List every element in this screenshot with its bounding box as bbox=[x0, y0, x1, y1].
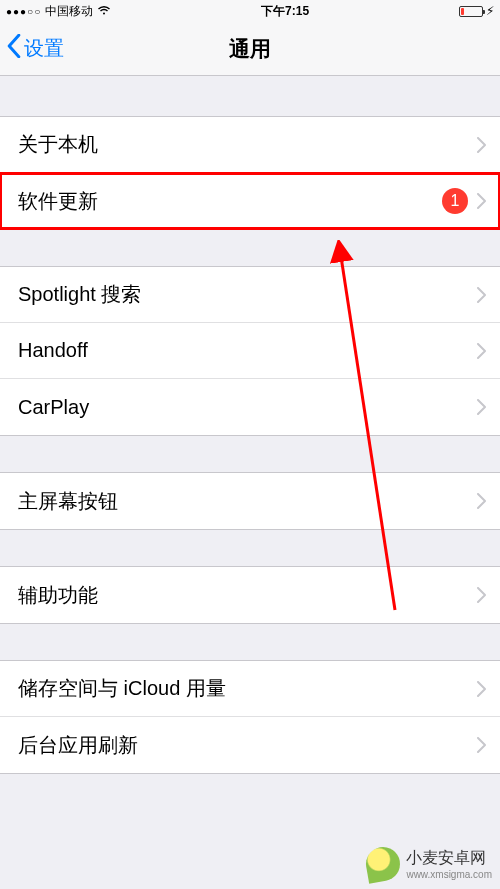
watermark-brand: 小麦安卓网 bbox=[406, 849, 486, 866]
cell-software-update[interactable]: 软件更新1 bbox=[0, 173, 500, 229]
cell-home-button[interactable]: 主屏幕按钮 bbox=[0, 473, 500, 529]
cell-label: 关于本机 bbox=[18, 131, 98, 158]
wifi-icon bbox=[97, 4, 111, 18]
settings-group: 主屏幕按钮 bbox=[0, 472, 500, 530]
chevron-right-icon bbox=[476, 343, 486, 359]
cell-label: 软件更新 bbox=[18, 188, 98, 215]
charging-icon: ⚡︎ bbox=[486, 4, 494, 18]
watermark-url: www.xmsigma.com bbox=[406, 869, 492, 880]
cell-label: 辅助功能 bbox=[18, 582, 98, 609]
watermark: 小麦安卓网 www.xmsigma.com bbox=[366, 847, 492, 881]
settings-group: Spotlight 搜索HandoffCarPlay bbox=[0, 266, 500, 436]
carrier-label: 中国移动 bbox=[45, 3, 93, 20]
cell-label: Handoff bbox=[18, 339, 88, 362]
cell-label: CarPlay bbox=[18, 396, 89, 419]
status-bar: ●●●○○ 中国移动 下午7:15 ⚡︎ bbox=[0, 0, 500, 22]
cell-label: Spotlight 搜索 bbox=[18, 281, 141, 308]
settings-group: 关于本机软件更新1 bbox=[0, 116, 500, 230]
chevron-right-icon bbox=[476, 287, 486, 303]
watermark-logo-icon bbox=[364, 844, 403, 883]
back-label: 设置 bbox=[24, 35, 64, 62]
signal-strength-icon: ●●●○○ bbox=[6, 6, 41, 17]
cell-spotlight[interactable]: Spotlight 搜索 bbox=[0, 267, 500, 323]
cell-label: 后台应用刷新 bbox=[18, 732, 138, 759]
chevron-right-icon bbox=[476, 587, 486, 603]
cell-about[interactable]: 关于本机 bbox=[0, 117, 500, 173]
cell-carplay[interactable]: CarPlay bbox=[0, 379, 500, 435]
cell-accessibility[interactable]: 辅助功能 bbox=[0, 567, 500, 623]
chevron-right-icon bbox=[476, 137, 486, 153]
settings-group: 储存空间与 iCloud 用量后台应用刷新 bbox=[0, 660, 500, 774]
cell-label: 储存空间与 iCloud 用量 bbox=[18, 675, 226, 702]
chevron-right-icon bbox=[476, 399, 486, 415]
settings-group: 辅助功能 bbox=[0, 566, 500, 624]
cell-storage-icloud[interactable]: 储存空间与 iCloud 用量 bbox=[0, 661, 500, 717]
chevron-right-icon bbox=[476, 193, 486, 209]
cell-label: 主屏幕按钮 bbox=[18, 488, 118, 515]
chevron-right-icon bbox=[476, 737, 486, 753]
back-button[interactable]: 设置 bbox=[0, 34, 64, 63]
chevron-right-icon bbox=[476, 493, 486, 509]
cell-background-refresh[interactable]: 后台应用刷新 bbox=[0, 717, 500, 773]
navigation-bar: 设置 通用 bbox=[0, 22, 500, 76]
page-title: 通用 bbox=[0, 35, 500, 63]
battery-icon bbox=[459, 6, 483, 17]
clock: 下午7:15 bbox=[261, 3, 309, 20]
chevron-right-icon bbox=[476, 681, 486, 697]
chevron-left-icon bbox=[6, 34, 22, 63]
badge: 1 bbox=[442, 188, 468, 214]
cell-handoff[interactable]: Handoff bbox=[0, 323, 500, 379]
